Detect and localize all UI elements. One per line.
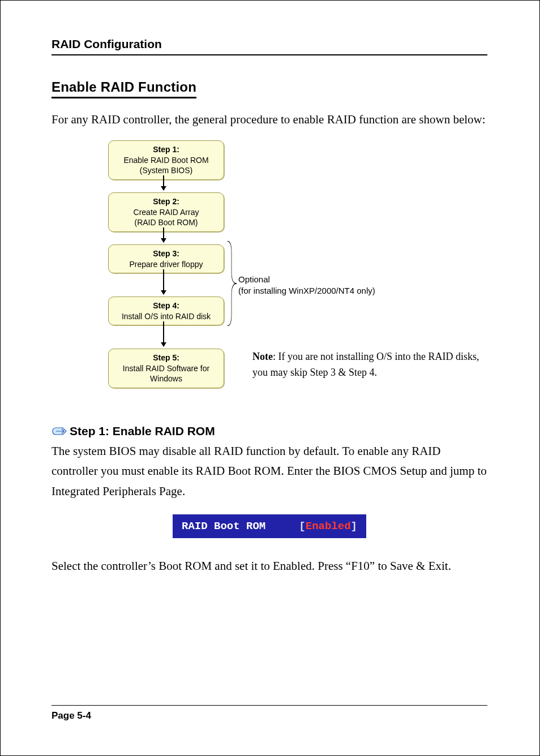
flow-step-label: Step 2: (111, 196, 221, 207)
bios-setting-label: RAID Boot ROM (182, 520, 265, 532)
flow-step-text: Create RAID Array (111, 207, 221, 218)
flow-step-text: Install RAID Software for Windows (111, 363, 221, 385)
flow-step-2: Step 2: Create RAID Array (RAID Boot ROM… (108, 192, 224, 233)
note-bold: Note (252, 351, 273, 362)
page-header: RAID Configuration (52, 37, 487, 55)
optional-head: Optional (238, 274, 375, 285)
note-body: : If you are not installing O/S into the… (252, 351, 479, 379)
step1-heading: Step 1: Enable RAID ROM (52, 424, 487, 438)
step1-paragraph-1: The system BIOS may disable all RAID fun… (52, 441, 487, 502)
section-title: Enable RAID Function (52, 79, 196, 98)
flow-arrow (163, 175, 164, 190)
flow-diagram: Step 1: Enable RAID Boot ROM (System BIO… (52, 140, 487, 401)
flow-step-text: Enable RAID Boot ROM (111, 155, 221, 166)
flow-arrow (163, 227, 164, 242)
flow-step-label: Step 1: (111, 144, 221, 155)
flow-arrow (163, 321, 164, 346)
pointing-hand-icon (52, 426, 67, 437)
diagram-note: Note: If you are not installing O/S into… (252, 349, 485, 381)
flow-step-text: (System BIOS) (111, 165, 221, 176)
page-footer: Page 5-4 (52, 705, 487, 721)
flow-step-text: (RAID Boot ROM) (111, 217, 221, 228)
flow-arrow (163, 269, 164, 294)
flow-step-text: Prepare driver floppy (111, 259, 221, 270)
intro-paragraph: For any RAID controller, the general pro… (52, 110, 487, 130)
optional-detail: (for installing WinXP/2000/NT4 only) (238, 285, 375, 297)
bios-setting-row: RAID Boot ROM [Enabled] (173, 514, 366, 538)
bios-setting-value: [Enabled] (299, 520, 357, 532)
flow-step-label: Step 3: (111, 248, 221, 259)
flow-step-label: Step 5: (111, 353, 221, 363)
brace-icon (226, 241, 237, 326)
flow-step-1: Step 1: Enable RAID Boot ROM (System BIO… (108, 140, 224, 181)
step1-paragraph-2: Select the controller’s Boot ROM and set… (52, 556, 487, 577)
flow-step-text: Install O/S into RAID disk (111, 311, 221, 322)
flow-step-5: Step 5: Install RAID Software for Window… (108, 349, 224, 389)
optional-label: Optional (for installing WinXP/2000/NT4 … (238, 274, 375, 297)
flow-step-label: Step 4: (111, 300, 221, 311)
flow-step-3: Step 3: Prepare driver floppy (108, 244, 224, 274)
flow-step-4: Step 4: Install O/S into RAID disk (108, 297, 224, 326)
step1-heading-text: Step 1: Enable RAID ROM (70, 424, 215, 438)
page-number: Page 5-4 (52, 710, 91, 721)
